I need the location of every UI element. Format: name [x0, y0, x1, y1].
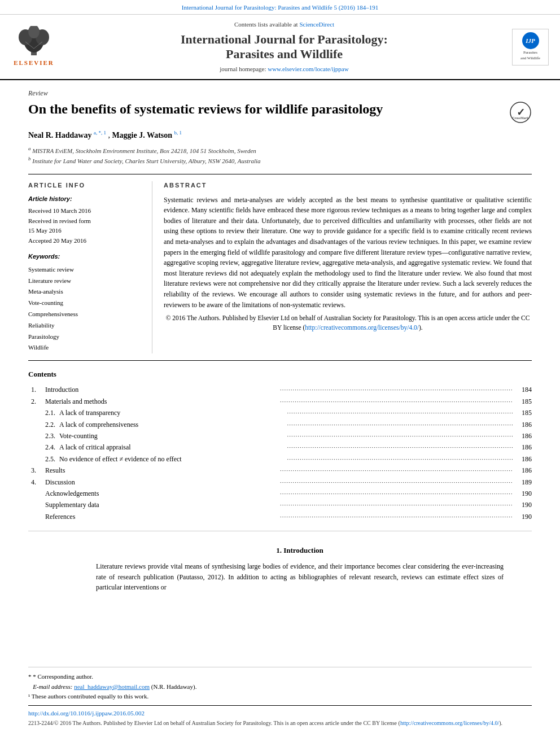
article-title-row: On the benefits of systematic reviews fo… — [28, 101, 532, 124]
toc-item-acknowledgements: Acknowledgements 190 — [28, 488, 532, 499]
author-2-name: Maggie J. Watson — [112, 130, 172, 139]
email-note: E-mail address: neal_haddaway@hotmail.co… — [28, 682, 532, 692]
history-label: Article history: — [28, 195, 143, 203]
keyword-4: Vote-counting — [28, 298, 143, 309]
equal-contribution-note: ¹ These authors contributed equally to t… — [28, 692, 532, 702]
footer-notes: * * Corresponding author. E-mail address… — [28, 667, 532, 702]
star-symbol: * — [28, 673, 33, 680]
keyword-5: Comprehensiveness — [28, 309, 143, 320]
authors-line: Neal R. Haddaway a, *, 1 , Maggie J. Wat… — [28, 129, 532, 141]
crossmark-icon: ✓ CrossMark — [509, 101, 532, 124]
keyword-2: Literature review — [28, 276, 143, 287]
doi-section: http://dx.doi.org/10.1016/j.ijppaw.2016.… — [28, 705, 532, 727]
toc-item-1: 1. Introduction 184 — [28, 384, 532, 395]
received-date: Received 10 March 2016 — [28, 206, 143, 216]
toc-item-2-5: 2.5. No evidence of effect ≠ evidence of… — [28, 453, 532, 465]
accepted-date: Accepted 20 May 2016 — [28, 236, 143, 246]
doi-copyright: 2213-2244/© 2016 The Authors. Published … — [28, 719, 532, 727]
author-1-name: Neal R. Haddaway — [28, 130, 91, 139]
introduction-heading: 1. Introduction — [96, 545, 504, 556]
corresponding-author-note: * * Corresponding author. — [28, 672, 532, 682]
article-type-label: Review — [28, 89, 532, 98]
journal-title-section: Contents lists available at ScienceDirec… — [68, 20, 501, 73]
main-content: Review On the benefits of systematic rev… — [0, 80, 560, 601]
elsevier-brand-text: ELSEVIER — [14, 59, 54, 67]
corresponding-email-link[interactable]: neal_haddaway@hotmail.com — [74, 683, 150, 690]
article-info: ARTICLE INFO Article history: Received 1… — [28, 181, 152, 353]
contents-section: Contents 1. Introduction 184 2. Material… — [28, 369, 532, 531]
affiliation-b: b Institute for Land Water and Society, … — [28, 155, 532, 165]
article-title-text: On the benefits of systematic reviews fo… — [28, 101, 501, 117]
toc-item-2: 2. Materials and methods 185 — [28, 396, 532, 407]
contents-available: Contents lists available at ScienceDirec… — [68, 20, 501, 29]
doi-cc-link[interactable]: http://creativecommons.org/licenses/by/4… — [400, 720, 499, 726]
toc-item-4: 4. Discussion 189 — [28, 477, 532, 488]
toc-item-2-2: 2.2. A lack of comprehensiveness 186 — [28, 419, 532, 430]
abstract-copyright: © 2016 The Authors. Published by Elsevie… — [164, 313, 532, 333]
svg-text:CrossMark: CrossMark — [512, 116, 529, 120]
top-banner-text: International Journal for Parasitology: … — [182, 4, 379, 11]
ijp-logo-box: IJP Parasitesand Wildlife — [512, 29, 549, 65]
doi-link[interactable]: http://dx.doi.org/10.1016/j.ijppaw.2016.… — [28, 709, 532, 718]
ijp-circle: IJP — [522, 32, 539, 49]
sciencedirect-link[interactable]: ScienceDirect — [299, 21, 334, 28]
elsevier-tree-icon — [14, 26, 54, 57]
ijp-logo-text: Parasitesand Wildlife — [520, 50, 540, 62]
toc-item-2-3: 2.3. Vote-counting 186 — [28, 430, 532, 442]
journal-header: ELSEVIER Contents lists available at Sci… — [0, 15, 560, 80]
author-2-sup: b, 1 — [174, 130, 182, 136]
keyword-6: Reliability — [28, 320, 143, 331]
abstract-text: Systematic reviews and meta-analyses are… — [164, 195, 532, 333]
toc-item-supplementary: Supplementary data 190 — [28, 499, 532, 510]
toc-item-references: References 190 — [28, 511, 532, 522]
received-revised-date: 15 May 2016 — [28, 226, 143, 236]
keyword-1: Systematic review — [28, 264, 143, 276]
contents-heading: Contents — [28, 369, 532, 379]
affiliation-a: a MISTRA EviEM, Stockholm Environment In… — [28, 145, 532, 155]
article-info-heading: ARTICLE INFO — [28, 181, 143, 190]
keyword-3: Meta-analysis — [28, 286, 143, 298]
top-banner: International Journal for Parasitology: … — [0, 0, 560, 15]
keyword-8: Wildlife — [28, 342, 143, 353]
introduction-section: 1. Introduction Literature reviews provi… — [28, 545, 532, 593]
abstract-paragraph: Systematic reviews and meta-analyses are… — [164, 195, 532, 311]
article-history: Received 10 March 2016 Received in revis… — [28, 206, 143, 246]
keyword-7: Parasitology — [28, 331, 143, 343]
keywords-label: Keywords: — [28, 252, 143, 261]
abstract-section: ABSTRACT Systematic reviews and meta-ana… — [164, 181, 532, 353]
toc-item-3: 3. Results 186 — [28, 465, 532, 476]
affiliations: a MISTRA EviEM, Stockholm Environment In… — [28, 145, 532, 165]
received-revised-label: Received in revised form — [28, 216, 143, 226]
abstract-heading: ABSTRACT — [164, 181, 532, 190]
doi-anchor[interactable]: http://dx.doi.org/10.1016/j.ijppaw.2016.… — [28, 710, 145, 717]
elsevier-logo: ELSEVIER — [8, 20, 59, 73]
article-info-abstract-section: ARTICLE INFO Article history: Received 1… — [28, 174, 532, 361]
journal-homepage: journal homepage: www.elsevier.com/locat… — [68, 65, 501, 73]
homepage-link[interactable]: www.elsevier.com/locate/ijppaw — [268, 65, 348, 72]
cc-license-link[interactable]: http://creativecommons.org/licenses/by/4… — [305, 324, 419, 331]
journal-title: International Journal for Parasitology: … — [68, 32, 501, 62]
author-1-sup: a, *, 1 — [94, 130, 106, 136]
introduction-text: Literature reviews provide vital means o… — [96, 561, 504, 593]
ijp-logo: IJP Parasitesand Wildlife — [509, 20, 552, 73]
toc-item-2-1: 2.1. A lack of transparency 185 — [28, 407, 532, 418]
keywords-list: Systematic review Literature review Meta… — [28, 264, 143, 353]
toc-item-2-4: 2.4. A lack of critical appraisal 186 — [28, 442, 532, 453]
